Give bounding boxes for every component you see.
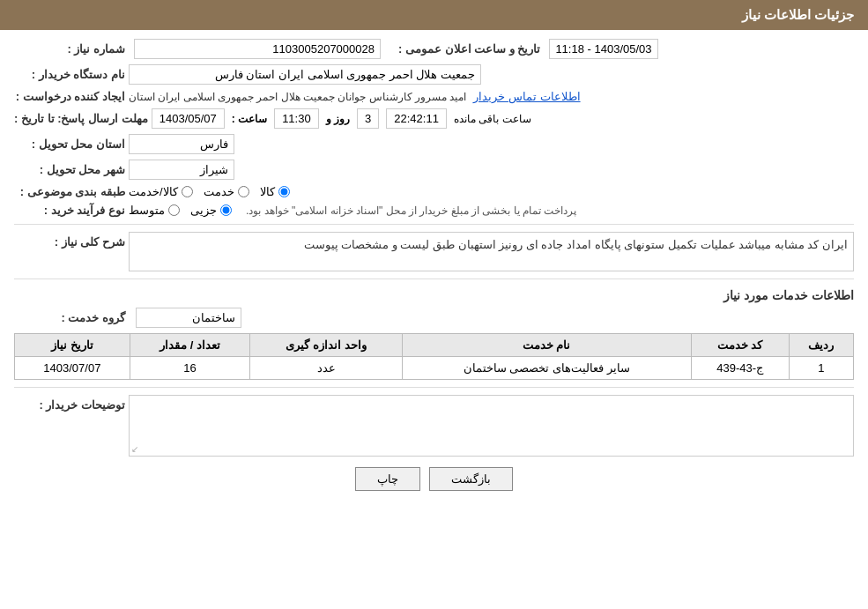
col-header-code: کد خدمت	[691, 334, 789, 357]
process-option-1[interactable]: جزیی	[190, 204, 232, 217]
creator-value: امید مسرور کارشناس جوانان جمعیت هلال احم…	[129, 91, 466, 103]
category-option-3[interactable]: کالا/خدمت	[129, 185, 193, 198]
deadline-remaining: 22:42:11	[386, 108, 447, 129]
notes-label: توضیحات خریدار :	[14, 395, 129, 412]
resize-handle: ↙	[131, 444, 138, 454]
page-title: جزئیات اطلاعات نیاز	[742, 7, 854, 22]
service-group-value: ساختمان	[136, 308, 241, 328]
city-label: شهر محل تحویل :	[14, 163, 129, 176]
notes-value: ↙	[129, 395, 854, 457]
service-group-label: گروه خدمت :	[14, 311, 129, 324]
province-label: استان محل تحویل :	[14, 137, 129, 151]
category-option-1[interactable]: کالا	[260, 185, 290, 198]
process-note: پرداخت تمام یا بخشی از مبلغ خریدار از مح…	[246, 204, 576, 217]
services-section-title: اطلاعات خدمات مورد نیاز	[14, 288, 854, 302]
buyer-org-label: نام دستگاه خریدار :	[14, 68, 129, 81]
city-value: شیراز	[129, 160, 234, 180]
need-number-value: 1103005207000028	[134, 39, 381, 59]
cell-quantity: 16	[130, 357, 250, 380]
creator-label: ایجاد کننده درخواست :	[14, 90, 129, 103]
buyer-org-value: جمعیت هلال احمر جمهوری اسلامی ایران استا…	[129, 64, 481, 85]
services-table: ردیف کد خدمت نام خدمت واحد اندازه گیری ت…	[14, 333, 854, 380]
deadline-date: 1403/05/07	[152, 108, 225, 129]
col-header-row: ردیف	[789, 334, 853, 357]
category-label: طبقه بندی موضوعی :	[14, 185, 129, 198]
process-option-1-label: جزیی	[190, 204, 217, 217]
cell-row: 1	[789, 357, 853, 380]
cell-code: ج-43-439	[691, 357, 789, 380]
col-header-qty: تعداد / مقدار	[130, 334, 250, 357]
deadline-days: 3	[357, 108, 379, 129]
datetime-value: 1403/05/03 - 11:18	[549, 39, 657, 59]
datetime-label: تاریخ و ساعت اعلان عمومی :	[398, 42, 544, 56]
category-option-1-label: کالا	[260, 185, 275, 198]
col-header-name: نام خدمت	[402, 334, 691, 357]
province-value: فارس	[129, 134, 234, 154]
category-option-2-label: خدمت	[204, 185, 234, 198]
deadline-remaining-label: ساعت باقی مانده	[454, 113, 531, 125]
category-option-2[interactable]: خدمت	[204, 185, 249, 198]
process-label: نوع فرآیند خرید :	[14, 204, 129, 217]
need-number-label: شماره نیاز :	[14, 42, 129, 56]
cell-unit: عدد	[250, 357, 402, 380]
category-option-3-label: کالا/خدمت	[129, 185, 178, 198]
description-label: شرح کلی نیاز :	[14, 232, 129, 249]
description-value: ایران کد مشابه میباشد عملیات تکمیل ستونه…	[129, 232, 854, 271]
category-radio-group: کالا/خدمت خدمت کالا	[129, 185, 290, 198]
deadline-time-label: ساعت :	[232, 113, 267, 125]
notes-container: ↙	[129, 395, 854, 457]
back-button[interactable]: بازگشت	[429, 467, 513, 491]
cell-date: 1403/07/07	[15, 357, 130, 380]
deadline-label: مهلت ارسال پاسخ: تا تاریخ :	[14, 112, 152, 125]
cell-name: سایر فعالیت‌های تخصصی ساختمان	[402, 357, 691, 380]
col-header-unit: واحد اندازه گیری	[250, 334, 402, 357]
process-option-2-label: متوسط	[129, 204, 165, 217]
buttons-row: بازگشت چاپ	[14, 467, 854, 491]
deadline-days-label: روز و	[326, 113, 350, 125]
page-header: جزئیات اطلاعات نیاز	[0, 0, 868, 30]
deadline-time: 11:30	[274, 108, 319, 129]
table-row: 1ج-43-439سایر فعالیت‌های تخصصی ساختمانعد…	[15, 357, 854, 380]
contact-link[interactable]: اطلاعات تماس خریدار	[473, 90, 580, 103]
col-header-date: تاریخ نیاز	[15, 334, 130, 357]
process-option-2[interactable]: متوسط	[129, 204, 180, 217]
process-radio-group: متوسط جزیی	[129, 204, 232, 217]
print-button[interactable]: چاپ	[355, 467, 420, 491]
